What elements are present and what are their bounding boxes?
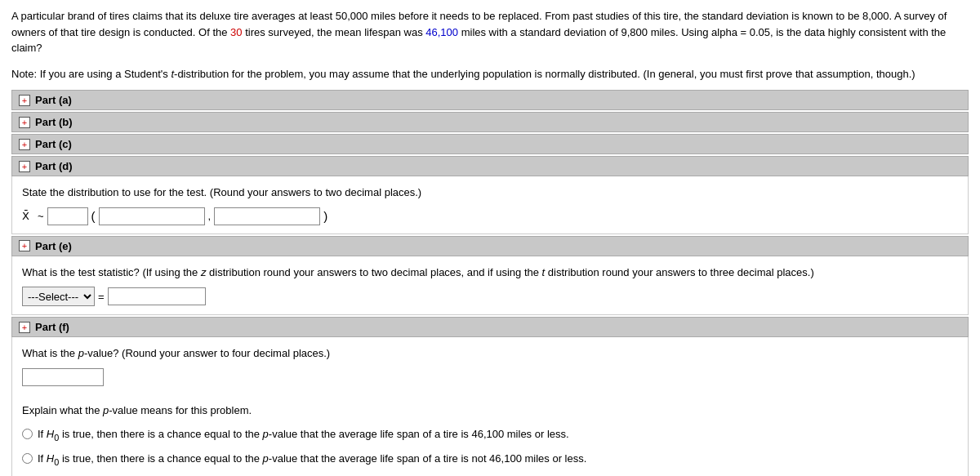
part-c-label: Part (c) [35, 138, 72, 150]
part-a-header[interactable]: + Part (a) [11, 90, 969, 110]
problem-text: A particular brand of tires claims that … [11, 8, 969, 56]
x-bar-symbol: X̄ [22, 210, 29, 222]
p-value-instruction: What is the p-value? (Round your answer … [22, 345, 958, 362]
distribution-type-input[interactable] [47, 207, 88, 225]
part-e-instruction: What is the test statistic? (If using th… [22, 265, 958, 281]
note-label: Note: If you are using a Student's [11, 68, 171, 80]
part-b-section: + Part (b) [11, 112, 969, 132]
part-d-expand-icon[interactable]: + [19, 161, 30, 172]
part-b-expand-icon[interactable]: + [19, 117, 30, 128]
paren-close: ) [323, 209, 327, 223]
distribution-param1-input[interactable] [99, 207, 205, 225]
test-statistic-input[interactable] [108, 287, 206, 305]
part-d-label: Part (d) [35, 160, 73, 172]
part-a-expand-icon[interactable]: + [19, 95, 30, 106]
part-c-header[interactable]: + Part (c) [11, 134, 969, 154]
part-f-expand-icon[interactable]: + [19, 322, 30, 333]
part-f-label: Part (f) [35, 321, 69, 333]
radio-1[interactable] [22, 429, 33, 439]
comma-sep: , [208, 210, 212, 222]
radio-label-1: If H0 is true, then there is a chance eq… [38, 426, 569, 444]
part-b-header[interactable]: + Part (b) [11, 112, 969, 132]
part-c-expand-icon[interactable]: + [19, 139, 30, 150]
radio-label-2: If H0 is true, then there is a chance eq… [38, 451, 586, 469]
explain-label: Explain what the p-value means for this … [22, 403, 958, 419]
tilde-symbol: ~ [38, 210, 44, 222]
note-cont: -distribution for the problem, you may a… [174, 68, 915, 80]
part-e-label: Part (e) [35, 240, 72, 252]
part-d-instruction: State the distribution to use for the te… [22, 185, 958, 201]
radio-group: If H0 is true, then there is a chance eq… [22, 426, 958, 476]
distribution-select[interactable]: ---Select--- z t [22, 287, 95, 306]
note-text: Note: If you are using a Student's t-dis… [11, 66, 969, 82]
distribution-row: X̄ ~ ( , ) [22, 207, 958, 225]
radio-item-2: If H0 is true, then there is a chance eq… [22, 451, 958, 469]
distribution-param2-input[interactable] [214, 207, 320, 225]
part-d-section: + Part (d) State the distribution to use… [11, 156, 969, 234]
part-a-label: Part (a) [35, 94, 72, 106]
select-eq-row: ---Select--- z t = [22, 287, 958, 306]
part-c-section: + Part (c) [11, 134, 969, 154]
radio-item-1: If H0 is true, then there is a chance eq… [22, 426, 958, 444]
part-a-section: + Part (a) [11, 90, 969, 110]
part-d-content: State the distribution to use for the te… [11, 176, 969, 234]
part-f-content: What is the p-value? (Round your answer … [11, 337, 969, 476]
part-e-section: + Part (e) What is the test statistic? (… [11, 236, 969, 316]
problem-mid: tires surveyed, the mean lifespan was [243, 26, 426, 38]
equals-sign: = [98, 291, 105, 303]
part-e-content: What is the test statistic? (If using th… [11, 256, 969, 316]
part-b-label: Part (b) [35, 116, 73, 128]
paren-open: ( [91, 209, 96, 223]
radio-2[interactable] [22, 453, 33, 464]
highlight-30: 30 [230, 26, 242, 38]
highlight-46100: 46,100 [425, 26, 458, 38]
part-f-section: + Part (f) What is the p-value? (Round y… [11, 317, 969, 476]
part-d-header[interactable]: + Part (d) [11, 156, 969, 176]
p-value-input[interactable] [22, 368, 104, 386]
part-f-header[interactable]: + Part (f) [11, 317, 969, 337]
part-e-expand-icon[interactable]: + [19, 240, 30, 251]
part-e-header[interactable]: + Part (e) [11, 236, 969, 256]
